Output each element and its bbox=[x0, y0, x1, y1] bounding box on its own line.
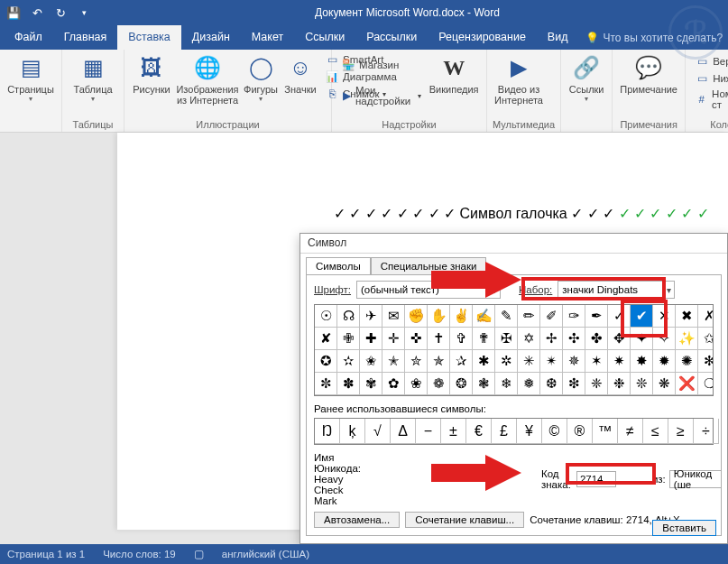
recent-char-cell[interactable]: € bbox=[466, 419, 492, 444]
char-cell[interactable]: ✢ bbox=[540, 328, 563, 350]
char-cell[interactable]: ✐ bbox=[540, 305, 563, 328]
shortcut-key-button[interactable]: Сочетание клавиш... bbox=[405, 512, 524, 528]
links-button[interactable]: 🔗 Ссылки ▾ bbox=[567, 51, 606, 105]
recent-char-cell[interactable]: £ bbox=[492, 419, 517, 444]
char-cell[interactable]: ☉ bbox=[315, 305, 337, 328]
char-cell[interactable]: ✵ bbox=[563, 350, 585, 373]
tab-layout[interactable]: Макет bbox=[241, 25, 294, 50]
page-status[interactable]: Страница 1 из 1 bbox=[7, 549, 85, 559]
recent-char-cell[interactable]: ≥ bbox=[668, 419, 694, 444]
tab-special-chars[interactable]: Специальные знаки bbox=[371, 257, 487, 274]
recent-char-cell[interactable]: ķ bbox=[340, 419, 365, 444]
char-cell[interactable]: ✪ bbox=[315, 350, 337, 373]
my-addins-button[interactable]: ▶Мои надстройки ▾ bbox=[337, 84, 425, 107]
char-cell[interactable]: ❁ bbox=[428, 373, 450, 395]
char-cell[interactable]: ✺ bbox=[676, 350, 698, 373]
char-cell[interactable]: ❋ bbox=[653, 373, 676, 395]
recent-char-cell[interactable]: ± bbox=[441, 419, 466, 444]
icons-button[interactable]: ☺ Значки bbox=[281, 51, 319, 97]
char-cell[interactable]: ✓ bbox=[608, 305, 631, 328]
char-cell[interactable]: ✈ bbox=[360, 305, 382, 328]
proofing-icon[interactable]: ▢ bbox=[194, 548, 204, 560]
char-cell[interactable]: ✔ bbox=[631, 305, 653, 328]
online-pictures-button[interactable]: 🌐 Изображения из Интернета bbox=[175, 51, 240, 107]
char-cell[interactable]: ✟ bbox=[473, 328, 495, 350]
recent-char-cell[interactable]: ≤ bbox=[643, 419, 668, 444]
tab-symbols[interactable]: Символы bbox=[306, 257, 371, 274]
char-cell[interactable]: ✉ bbox=[382, 305, 405, 328]
char-cell[interactable]: ✛ bbox=[382, 328, 405, 350]
char-cell[interactable]: ✶ bbox=[585, 350, 608, 373]
pictures-button[interactable]: 🖼 Рисунки bbox=[130, 51, 173, 97]
recent-char-cell[interactable]: ™ bbox=[593, 419, 618, 444]
char-cell[interactable]: ✥ bbox=[608, 328, 631, 350]
language-status[interactable]: английский (США) bbox=[222, 549, 309, 559]
char-cell[interactable]: ✧ bbox=[653, 328, 676, 350]
tab-design[interactable]: Дизайн bbox=[181, 25, 241, 50]
char-cell[interactable]: ✞ bbox=[450, 328, 473, 350]
shapes-button[interactable]: ◯ Фигуры ▾ bbox=[242, 51, 280, 105]
insert-button[interactable]: Вставить bbox=[652, 520, 716, 536]
qat-dropdown-icon[interactable]: ▾ bbox=[76, 5, 92, 21]
recent-char-cell[interactable]: ¥ bbox=[517, 419, 542, 444]
char-cell[interactable]: ✳ bbox=[518, 350, 540, 373]
char-cell[interactable]: ✹ bbox=[653, 350, 676, 373]
char-cell[interactable]: ✡ bbox=[518, 328, 540, 350]
char-cell[interactable]: ✝ bbox=[428, 328, 450, 350]
tab-home[interactable]: Главная bbox=[53, 25, 118, 50]
recent-char-cell[interactable]: ≠ bbox=[618, 419, 643, 444]
from-dropdown[interactable]: Юникод (ше bbox=[669, 470, 722, 488]
char-cell[interactable]: ✸ bbox=[631, 350, 653, 373]
set-dropdown[interactable]: значки Dingbats bbox=[558, 281, 675, 299]
table-button[interactable]: ▦ Таблица ▾ bbox=[68, 51, 118, 105]
char-cell[interactable]: ✌ bbox=[450, 305, 473, 328]
char-cell[interactable]: ✒ bbox=[585, 305, 608, 328]
char-cell[interactable]: ❇ bbox=[563, 373, 585, 395]
autocorrect-button[interactable]: Автозамена... bbox=[314, 512, 400, 528]
char-code-input[interactable] bbox=[576, 471, 616, 487]
char-cell[interactable]: ❉ bbox=[608, 373, 631, 395]
recent-char-cell[interactable]: © bbox=[542, 419, 567, 444]
comment-button[interactable]: 💬 Примечание bbox=[618, 51, 679, 97]
char-cell[interactable]: ✕ bbox=[653, 305, 676, 328]
char-cell[interactable]: ✲ bbox=[495, 350, 518, 373]
header-button[interactable]: ▭Верхний bbox=[691, 53, 728, 69]
tab-mailings[interactable]: Рассылки bbox=[355, 25, 428, 50]
char-cell[interactable]: ✚ bbox=[360, 328, 382, 350]
file-tab[interactable]: Файл bbox=[4, 25, 53, 50]
char-cell[interactable]: ✻ bbox=[698, 350, 714, 373]
save-icon[interactable]: 💾 bbox=[5, 5, 22, 21]
tab-review[interactable]: Рецензирование bbox=[428, 25, 537, 50]
char-cell[interactable]: ✑ bbox=[563, 305, 585, 328]
char-cell[interactable]: ✬ bbox=[360, 350, 382, 373]
char-cell[interactable]: ❍ bbox=[698, 373, 714, 395]
recent-char-cell[interactable]: ® bbox=[567, 419, 593, 444]
tab-view[interactable]: Вид bbox=[537, 25, 579, 50]
char-cell[interactable]: ✗ bbox=[698, 305, 714, 328]
char-cell[interactable]: ✤ bbox=[585, 328, 608, 350]
char-cell[interactable]: ✙ bbox=[337, 328, 360, 350]
char-cell[interactable]: ✷ bbox=[608, 350, 631, 373]
char-cell[interactable]: ✜ bbox=[405, 328, 428, 350]
pages-button[interactable]: ▤ Страницы ▾ bbox=[5, 51, 56, 105]
char-cell[interactable]: ❊ bbox=[631, 373, 653, 395]
online-video-button[interactable]: ▶ Видео из Интернета bbox=[493, 51, 545, 107]
char-cell[interactable]: ❆ bbox=[540, 373, 563, 395]
char-cell[interactable]: ☊ bbox=[337, 305, 360, 328]
wikipedia-button[interactable]: W Википедия bbox=[427, 51, 481, 97]
tab-insert[interactable]: Вставка bbox=[117, 25, 180, 50]
footer-button[interactable]: ▭Нижний bbox=[691, 70, 728, 87]
undo-icon[interactable]: ↶ bbox=[29, 5, 45, 21]
char-cell[interactable]: ✼ bbox=[315, 373, 337, 395]
recent-char-cell[interactable]: Δ bbox=[391, 419, 416, 444]
char-cell[interactable]: ✏ bbox=[518, 305, 540, 328]
char-cell[interactable]: ❄ bbox=[495, 373, 518, 395]
recent-char-cell[interactable]: Ŋ bbox=[315, 419, 340, 444]
recent-char-cell[interactable]: − bbox=[416, 419, 441, 444]
char-cell[interactable]: ✮ bbox=[405, 350, 428, 373]
char-cell[interactable]: ✾ bbox=[360, 373, 382, 395]
char-cell[interactable]: ✽ bbox=[337, 373, 360, 395]
char-cell[interactable]: ✯ bbox=[428, 350, 450, 373]
char-cell[interactable]: ✩ bbox=[698, 328, 714, 350]
char-cell[interactable]: ✭ bbox=[382, 350, 405, 373]
